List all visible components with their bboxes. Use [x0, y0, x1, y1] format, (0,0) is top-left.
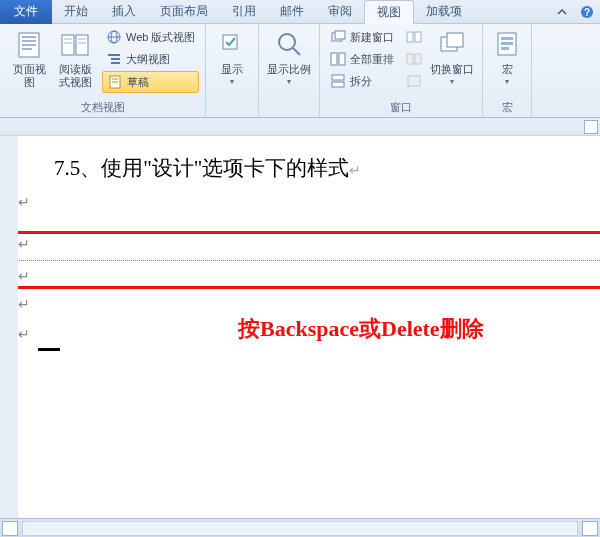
svg-rect-41	[501, 47, 509, 50]
ribbon: 页面视图 阅读版式视图 Web 版式视图 大纲视图 草稿	[0, 24, 600, 118]
svg-point-23	[279, 34, 295, 50]
svg-rect-5	[22, 44, 36, 46]
svg-rect-29	[332, 75, 344, 80]
file-menu[interactable]: 文件	[0, 0, 52, 24]
menu-bar: 文件 开始 插入 页面布局 引用 邮件 审阅 视图 加载项 ?	[0, 0, 600, 24]
ruler	[0, 118, 600, 136]
group-macros: 宏 ▾ 宏	[483, 24, 532, 117]
horizontal-scrollbar	[0, 518, 600, 537]
tab-addins[interactable]: 加载项	[414, 0, 474, 24]
svg-rect-27	[331, 53, 337, 65]
tab-mailings[interactable]: 邮件	[268, 0, 316, 24]
ruler-toggle-button[interactable]	[584, 120, 598, 134]
svg-rect-22	[223, 35, 237, 49]
scroll-left-button[interactable]	[2, 521, 18, 536]
paragraph-mark: ↵	[18, 326, 30, 343]
svg-rect-32	[415, 32, 421, 42]
group-label-zoom	[265, 102, 313, 116]
text-cursor	[38, 348, 60, 351]
split-label: 拆分	[350, 74, 372, 89]
group-label-views: 文档视图	[6, 99, 199, 116]
svg-rect-8	[76, 35, 88, 55]
show-label: 显示	[221, 63, 243, 76]
svg-rect-28	[339, 53, 345, 65]
dropdown-icon: ▾	[450, 77, 454, 86]
svg-rect-30	[332, 82, 344, 87]
svg-rect-39	[501, 37, 513, 40]
svg-rect-26	[335, 31, 345, 39]
paragraph-mark: ↵	[18, 268, 30, 285]
show-button[interactable]: 显示 ▾	[212, 27, 252, 88]
scroll-right-button[interactable]	[582, 521, 598, 536]
svg-rect-37	[447, 33, 463, 47]
print-layout-label: 页面视图	[8, 63, 50, 89]
group-zoom: 显示比例 ▾	[259, 24, 320, 117]
switch-window-button[interactable]: 切换窗口 ▾	[428, 27, 476, 88]
tab-insert[interactable]: 插入	[100, 0, 148, 24]
outline-button[interactable]: 大纲视图	[102, 49, 199, 69]
svg-rect-40	[501, 42, 513, 45]
svg-rect-33	[407, 54, 413, 64]
svg-rect-35	[408, 76, 420, 86]
paragraph-mark: ↵	[18, 296, 30, 313]
reading-layout-button[interactable]: 阅读版式视图	[52, 27, 98, 91]
annotation-text: 按Backspace或Delete删除	[238, 314, 484, 344]
svg-rect-3	[22, 36, 36, 38]
scroll-track[interactable]	[22, 521, 578, 536]
reading-layout-label: 阅读版式视图	[54, 63, 96, 89]
group-window: 新建窗口 全部重排 拆分	[320, 24, 483, 117]
document-heading: 7.5、使用"设计"选项卡下的样式↵	[54, 154, 361, 182]
tab-page-layout[interactable]: 页面布局	[148, 0, 220, 24]
switch-window-label: 切换窗口	[430, 63, 474, 76]
web-layout-label: Web 版式视图	[126, 30, 195, 45]
svg-rect-4	[22, 40, 36, 42]
dropdown-icon: ▾	[287, 77, 291, 86]
arrange-all-label: 全部重排	[350, 52, 394, 67]
section-break-line	[0, 260, 600, 261]
dropdown-icon: ▾	[505, 77, 509, 86]
group-show: 显示 ▾	[206, 24, 259, 117]
new-window-button[interactable]: 新建窗口	[326, 27, 398, 47]
minimize-ribbon-icon[interactable]	[550, 6, 574, 18]
zoom-button[interactable]: 显示比例 ▾	[265, 27, 313, 88]
print-layout-button[interactable]: 页面视图	[6, 27, 52, 91]
paragraph-mark: ↵	[18, 194, 30, 211]
group-label-macros: 宏	[489, 99, 525, 116]
group-label-show	[212, 102, 252, 116]
svg-rect-31	[407, 32, 413, 42]
group-document-views: 页面视图 阅读版式视图 Web 版式视图 大纲视图 草稿	[0, 24, 206, 117]
svg-rect-6	[22, 48, 32, 50]
tab-references[interactable]: 引用	[220, 0, 268, 24]
svg-line-24	[293, 48, 300, 55]
macros-label: 宏	[502, 63, 513, 76]
dropdown-icon: ▾	[230, 77, 234, 86]
document-area[interactable]: 7.5、使用"设计"选项卡下的样式↵ ↵ ↵ ↵ ↵ ↵ 按Backspace或…	[0, 136, 600, 518]
new-window-label: 新建窗口	[350, 30, 394, 45]
zoom-label: 显示比例	[267, 63, 311, 76]
svg-text:?: ?	[584, 7, 590, 18]
split-button[interactable]: 拆分	[326, 71, 398, 91]
help-icon[interactable]: ?	[574, 5, 600, 19]
tab-review[interactable]: 审阅	[316, 0, 364, 24]
side-by-side-button[interactable]	[404, 27, 424, 47]
sync-scroll-button[interactable]	[404, 49, 424, 69]
outline-label: 大纲视图	[126, 52, 170, 67]
tab-home[interactable]: 开始	[52, 0, 100, 24]
draft-label: 草稿	[127, 75, 149, 90]
reset-position-button[interactable]	[404, 71, 424, 91]
svg-rect-34	[415, 54, 421, 64]
svg-rect-7	[62, 35, 74, 55]
web-layout-button[interactable]: Web 版式视图	[102, 27, 199, 47]
draft-button[interactable]: 草稿	[102, 71, 199, 93]
paragraph-mark: ↵	[18, 236, 30, 253]
group-label-window: 窗口	[326, 99, 476, 116]
arrange-all-button[interactable]: 全部重排	[326, 49, 398, 69]
tab-view[interactable]: 视图	[364, 0, 414, 24]
macros-button[interactable]: 宏 ▾	[489, 27, 525, 88]
